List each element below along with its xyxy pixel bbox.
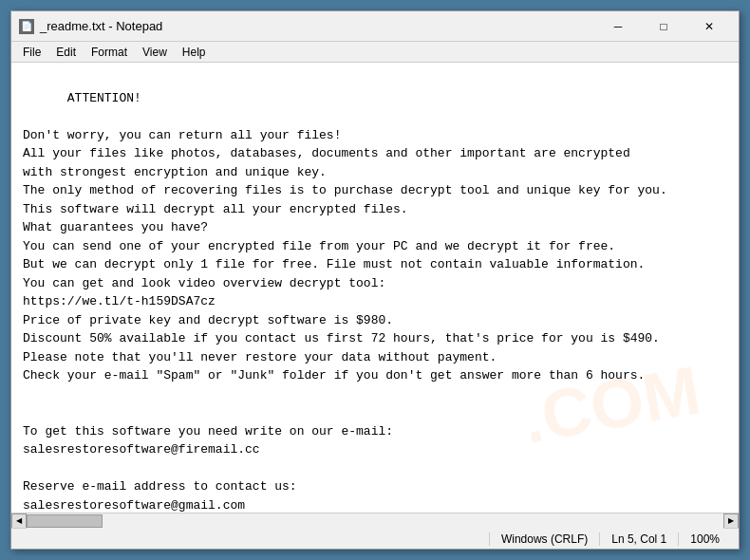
minimize-button[interactable]: ─ (596, 13, 640, 40)
menu-bar: File Edit Format View Help (11, 42, 739, 63)
editor-area: ATTENTION! Don't worry, you can return a… (11, 63, 739, 513)
menu-edit[interactable]: Edit (48, 44, 84, 61)
watermark: .COM (515, 338, 708, 470)
status-position: Ln 5, Col 1 (599, 532, 678, 546)
app-icon: 📄 (19, 19, 34, 34)
menu-file[interactable]: File (15, 44, 48, 61)
title-bar: 📄 _readme.txt - Notepad ─ □ ✕ (11, 11, 739, 42)
status-bar: Windows (CRLF) Ln 5, Col 1 100% (11, 528, 739, 549)
window-controls: ─ □ ✕ (596, 13, 731, 40)
window-title: _readme.txt - Notepad (40, 19, 596, 33)
menu-view[interactable]: View (135, 44, 175, 61)
maximize-button[interactable]: □ (642, 13, 685, 40)
text-editor[interactable]: ATTENTION! Don't worry, you can return a… (11, 63, 739, 513)
editor-text: ATTENTION! Don't worry, you can return a… (23, 91, 667, 513)
scroll-right-button[interactable]: ▶ (723, 513, 739, 529)
horizontal-scrollbar[interactable]: ◀ ▶ (11, 513, 739, 528)
scroll-track[interactable] (27, 513, 723, 529)
menu-help[interactable]: Help (175, 44, 214, 61)
status-zoom: 100% (678, 532, 731, 546)
notepad-window: 📄 _readme.txt - Notepad ─ □ ✕ File Edit … (10, 10, 740, 550)
status-encoding: Windows (CRLF) (489, 532, 599, 546)
close-button[interactable]: ✕ (687, 13, 731, 40)
scroll-thumb[interactable] (27, 514, 103, 528)
menu-format[interactable]: Format (84, 44, 135, 61)
scroll-left-button[interactable]: ◀ (11, 513, 27, 529)
